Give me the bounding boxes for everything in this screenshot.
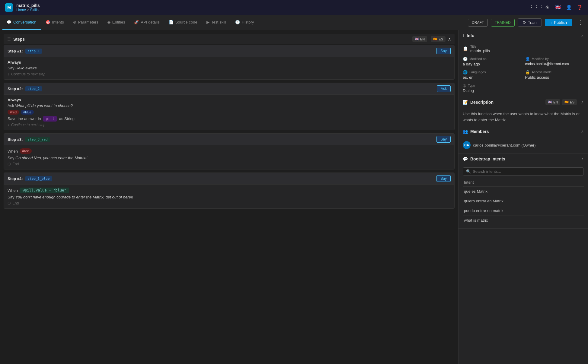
step-1-condition: Always	[8, 60, 451, 65]
bootstrap-intents-title: Bootstrap intents	[470, 157, 579, 161]
user-icon[interactable]: 👤	[566, 4, 572, 11]
step-1-say: Say Hello awake	[8, 66, 451, 70]
sun-icon[interactable]: ☀	[544, 4, 551, 11]
intent-text-1[interactable]: quiero entrar en Matrix	[463, 196, 584, 206]
access-mode-item: 🔓 Access mode Public access	[525, 70, 584, 80]
top-nav-actions: ⋮⋮⋮ ☀ 🇬🇧 👤 ❓	[533, 4, 583, 11]
step-1-action-button[interactable]: Say	[436, 48, 451, 54]
tab-conversation[interactable]: 💬 Conversation	[2, 15, 41, 30]
title-value: matrix_pills	[470, 49, 490, 53]
desc-lang-en[interactable]: 🇬🇧 EN	[545, 99, 560, 105]
tab-entities[interactable]: ◆ Entities	[103, 15, 129, 30]
breadcrumb-home[interactable]: Home	[16, 8, 26, 12]
tab-test-skill[interactable]: ▶ Test skill	[202, 15, 230, 30]
api-details-icon: 🚀	[134, 20, 139, 24]
search-intents-input[interactable]	[473, 169, 580, 174]
step-4-num: Step #4:	[8, 176, 23, 181]
step-4-say: Say You don't have enough courage to ent…	[8, 195, 451, 199]
member-name-1: carlos.bonilla@iberant.com (Owner)	[473, 143, 536, 147]
app-title: matrix_pills	[16, 3, 40, 8]
right-panel: ℹ Info ∧ 📋 Title matrix_pills	[458, 30, 588, 364]
bootstrap-intents-header[interactable]: 💬 Bootstrap intents ∧	[459, 154, 588, 164]
step-2-condition: Always	[8, 98, 451, 102]
left-panel: ☰ Steps 🇬🇧 EN 🇪🇸 ES ∧ Step #1: step_1 Sa…	[0, 30, 458, 364]
tab-intents[interactable]: 🎯 Intents	[41, 15, 68, 30]
step-4-footer: ⬡ End	[8, 201, 451, 205]
step-4-action-button[interactable]: Say	[436, 175, 451, 182]
description-collapse-icon: ∧	[581, 100, 584, 104]
hashtag-red: #red	[8, 110, 19, 115]
publish-button[interactable]: ↑ Publish	[545, 19, 572, 26]
train-icon: ⟳	[523, 20, 526, 25]
step-1-body: Always Say Hello awake ↓ Continue to nex…	[4, 57, 454, 79]
steps-collapse-button[interactable]: ∧	[448, 37, 451, 42]
tab-actions: DRAFT TRAINED ⟳ Train ↑ Publish ⋮	[468, 18, 586, 27]
source-code-icon: 📄	[169, 20, 174, 24]
grid-icon[interactable]: ⋮⋮⋮	[533, 4, 540, 11]
steps-icon: ☰	[7, 37, 11, 41]
publish-icon: ↑	[550, 20, 552, 25]
test-skill-icon: ▶	[206, 20, 209, 24]
breadcrumb: Home > Skills	[16, 8, 40, 12]
step-2-ask: Ask What pill do you want to choose?	[8, 103, 451, 108]
step-card-1: Step #1: step_1 Say Always Say Hello awa…	[4, 45, 455, 80]
step-2-action-button[interactable]: Ask	[437, 85, 451, 92]
step-3-header: Step #3: step_3_red Say	[4, 134, 454, 145]
description-lang-badges: 🇬🇧 EN 🇪🇸 ES	[545, 99, 577, 105]
train-button[interactable]: ⟳ Train	[518, 18, 542, 27]
intent-text-0[interactable]: que es Matrix	[463, 187, 584, 196]
conversation-icon: 💬	[7, 20, 11, 24]
info-collapse-icon: ∧	[581, 33, 584, 38]
help-icon[interactable]: ❓	[577, 4, 583, 11]
info-grid-2: 🌐 Languages es, en 🔓 Access mode Public …	[463, 70, 584, 80]
step-4-condition: @pill.value = "blue"	[20, 188, 69, 193]
title-label: Title	[470, 45, 476, 48]
tab-parameters[interactable]: ⊕ Parameters	[69, 15, 103, 30]
title-doc-icon: 📋	[463, 46, 468, 51]
lang-badge-es[interactable]: 🇪🇸 ES	[431, 36, 446, 42]
tab-history[interactable]: 🕐 History	[231, 15, 258, 30]
modified-on-item: 🕐 Modified on a day ago	[463, 57, 522, 66]
step-card-2: Step #2: step_2 Ask Always Ask What pill…	[4, 83, 455, 130]
step-3-hashtag: #red	[20, 148, 32, 154]
app-logo: M matrix_pills Home > Skills	[5, 3, 40, 12]
description-section-header[interactable]: 📝 Description 🇬🇧 EN 🇪🇸 ES ∧	[459, 96, 588, 108]
bootstrap-intents-icon: 💬	[463, 157, 468, 161]
info-section-title: Info	[467, 33, 579, 38]
intent-table: Intent que es Matrixquiero entrar en Mat…	[463, 179, 584, 225]
step-1-badge: step_1	[25, 49, 42, 54]
step-4-body: When @pill.value = "blue" Say You don't …	[4, 185, 454, 208]
members-section-header[interactable]: 👥 Members ∧	[459, 126, 588, 137]
step-1-num: Step #1:	[8, 49, 23, 53]
step-2-badge: step_2	[25, 86, 42, 91]
description-section: 📝 Description 🇬🇧 EN 🇪🇸 ES ∧ Use this fun…	[459, 96, 588, 126]
logo-icon: M	[5, 3, 13, 12]
bootstrap-intents-body: 🔍 Intent que es Matrixquiero entrar en M…	[459, 164, 588, 228]
members-section-body: CA carlos.bonilla@iberant.com (Owner)	[459, 137, 588, 153]
flag-uk-icon[interactable]: 🇬🇧	[555, 4, 561, 11]
trained-button[interactable]: TRAINED	[491, 19, 515, 27]
type-item: ◎ Type Dialog	[463, 83, 584, 93]
breadcrumb-skills[interactable]: Skills	[30, 8, 39, 12]
description-section-title: Description	[470, 100, 543, 105]
parameters-icon: ⊕	[73, 20, 76, 24]
tab-source-code[interactable]: 📄 Source code	[165, 15, 202, 30]
description-icon: 📝	[463, 100, 468, 105]
app-info: matrix_pills Home > Skills	[16, 3, 40, 12]
draft-button[interactable]: DRAFT	[468, 19, 488, 27]
steps-header: ☰ Steps 🇬🇧 EN 🇪🇸 ES ∧	[4, 34, 455, 44]
step-3-badge: step_3_red	[25, 137, 50, 142]
more-button[interactable]: ⋮	[575, 18, 586, 27]
step-3-action-button[interactable]: Say	[436, 136, 451, 143]
intent-text-3[interactable]: what is matrix	[463, 216, 584, 225]
desc-lang-es[interactable]: 🇪🇸 ES	[562, 99, 577, 105]
members-section-title: Members	[470, 129, 579, 134]
tab-api-details[interactable]: 🚀 API details	[130, 15, 164, 30]
info-section-header[interactable]: ℹ Info ∧	[459, 30, 588, 41]
description-section-body: Use this function when the user wants to…	[459, 108, 588, 126]
info-icon: ℹ	[463, 33, 464, 38]
member-avatar-1: CA	[463, 141, 471, 149]
intent-text-2[interactable]: puedo entrar en matrix	[463, 206, 584, 216]
info-section: ℹ Info ∧ 📋 Title matrix_pills	[459, 30, 588, 96]
lang-badge-en[interactable]: 🇬🇧 EN	[412, 36, 427, 42]
